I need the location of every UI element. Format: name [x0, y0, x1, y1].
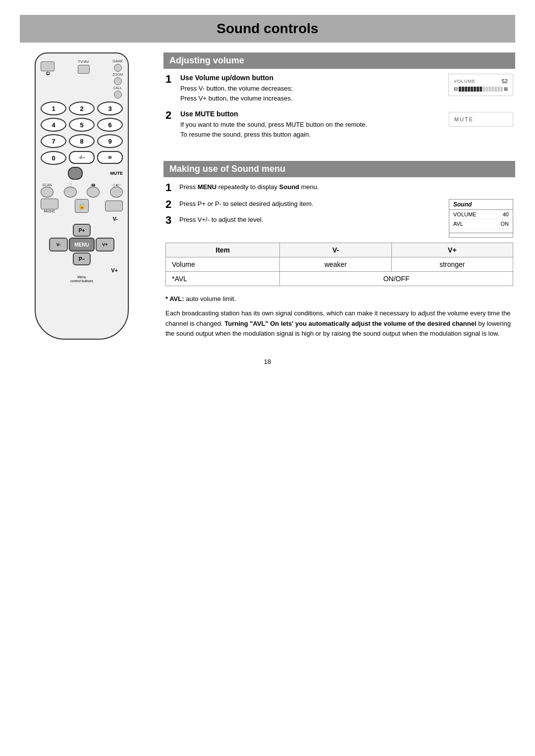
sound-menu-item-0: VOLUME: [453, 211, 476, 217]
sound-step2-number: 2: [165, 199, 175, 210]
v-minus-label: V-: [41, 216, 118, 222]
tvav-area: TV/AV: [78, 59, 90, 74]
volume-value: 52: [502, 78, 508, 84]
table-cell-avl-onoff: ON/OFF: [280, 272, 513, 286]
sound-menu-row-0: VOLUME 40: [449, 210, 513, 219]
remote-area: ⏻ TV/AV GAME ZOOM CALL: [20, 52, 149, 343]
step2-mute: 2 Use MUTE button If you want to mute th…: [165, 110, 513, 139]
num-btn-4[interactable]: 4: [41, 118, 66, 132]
sound-step3-number: 3: [165, 215, 175, 226]
lock-button[interactable]: 🔒: [75, 199, 89, 213]
scan-row: SCAN 🕐 📷 →|◄|←: [41, 183, 123, 198]
menu-button[interactable]: MENU: [69, 238, 95, 252]
steps2-3-area: 2 Press P+ or P- to select desired adjus…: [165, 199, 513, 238]
mute-display-box: MUTE: [449, 112, 513, 127]
power-button[interactable]: ⏻: [41, 59, 54, 76]
scan-button[interactable]: [41, 187, 54, 198]
num-btn-6[interactable]: 6: [97, 118, 123, 132]
v-plus-button[interactable]: V+: [96, 238, 114, 252]
sound-menu-value-0: 40: [503, 211, 509, 217]
footnote-body: Each broadcasting station has its own si…: [165, 308, 513, 339]
step1-number: 1: [165, 74, 175, 85]
adjustment-table: Item V- V+ Volume weaker stronger *AVL: [165, 243, 513, 286]
num-btn-8[interactable]: 8: [69, 134, 95, 148]
vol-bar-filled: [459, 87, 503, 92]
sound-step1-text: Press MENU repeatedly to display Sound m…: [179, 182, 319, 193]
p-plus-button[interactable]: P+: [73, 224, 91, 237]
game-zoom-call-area: GAME ZOOM CALL: [112, 59, 123, 99]
step1-title: Use Volume up/down button: [180, 74, 438, 82]
table-row-volume: Volume weaker stronger: [166, 257, 513, 272]
tvav-button[interactable]: [78, 65, 90, 74]
making-use-header: Making use of Sound menu: [163, 161, 515, 177]
music-button[interactable]: [41, 199, 58, 209]
mute-button-remote[interactable]: [68, 167, 83, 180]
sound-step1: 1 Press MENU repeatedly to display Sound…: [165, 182, 513, 193]
step1-text: Use Volume up/down button Press V- butto…: [180, 74, 438, 103]
vol-minus-icon: ⊟: [454, 86, 458, 92]
sound-menu-value-1: ON: [501, 221, 509, 227]
game-button[interactable]: [114, 64, 122, 72]
adjusting-volume-header: Adjusting volume: [163, 52, 515, 69]
sound-menu-row-1: AVL ON: [449, 219, 513, 229]
mute-display-label: MUTE: [454, 116, 508, 122]
game-label: GAME: [112, 59, 123, 63]
sound-menu-box: Sound VOLUME 40 AVL ON: [449, 199, 513, 238]
pip-button[interactable]: [110, 187, 123, 198]
num-btn-5[interactable]: 5: [69, 118, 95, 132]
step2-text2: To resume the sound, press this button a…: [180, 130, 439, 140]
right-content: Adjusting volume 1 Use Volume up/down bu…: [163, 52, 515, 343]
sound-step2-text: Press P+ or P- to select desired adjusti…: [179, 199, 314, 209]
menu-ctrl-label: Menucontrol buttons: [41, 275, 123, 284]
step1-text1: Press V- button, the volume decreases;: [180, 84, 438, 94]
sound-step3: 3 Press V+/- to adjust the level.: [165, 215, 439, 226]
step1-content: 1 Use Volume up/down button Press V- but…: [165, 74, 438, 103]
sound-menu-item-1: AVL: [453, 221, 463, 227]
remote-control: ⏻ TV/AV GAME ZOOM CALL: [35, 52, 134, 343]
num-btn-0[interactable]: 0: [41, 151, 66, 165]
mute-label: MUTE: [110, 171, 123, 176]
v-minus-button[interactable]: V-: [49, 238, 68, 252]
step2-title: Use MUTE button: [180, 110, 439, 118]
volume-bar: ⊟: [454, 86, 508, 92]
scan-label: SCAN: [42, 183, 52, 187]
page-title-bar: Sound controls: [20, 15, 515, 43]
steps2-3-text: 2 Press P+ or P- to select desired adjus…: [165, 199, 439, 231]
nav-cross: P+ V- MENU V+ P–: [41, 224, 123, 265]
table-cell-volume-vplus: stronger: [391, 257, 513, 272]
call-label: CALL: [113, 86, 122, 90]
power-icon: ⏻: [41, 71, 54, 76]
music-row: MUSIC 🔒: [41, 199, 123, 213]
making-use-section: Making use of Sound menu 1 Press MENU re…: [163, 161, 515, 343]
table-cell-volume-vminus: weaker: [280, 257, 391, 272]
symbol-button[interactable]: ⊖: [97, 151, 123, 164]
sound-menu-title: Sound: [449, 200, 513, 210]
dash-button[interactable]: -/--: [69, 151, 95, 164]
camera-button[interactable]: [87, 187, 100, 198]
v-plus-label: V+: [41, 267, 118, 273]
p-minus-button[interactable]: P–: [73, 252, 91, 265]
num-btn-2[interactable]: 2: [69, 101, 95, 115]
zoom-button[interactable]: [114, 77, 122, 85]
num-btn-1[interactable]: 1: [41, 101, 66, 115]
sound-step1-number: 1: [165, 182, 175, 193]
num-btn-7[interactable]: 7: [41, 134, 66, 148]
step1-volume: 1 Use Volume up/down button Press V- but…: [165, 74, 513, 103]
special-row: 0 -/-- ⊖: [41, 151, 123, 165]
call-button[interactable]: [114, 91, 122, 99]
table-header-vminus: V-: [280, 243, 391, 257]
tvav-label: TV/AV: [78, 59, 89, 64]
num-btn-3[interactable]: 3: [97, 101, 123, 115]
volume-label: VOLUME: [454, 79, 476, 84]
step2-content: 2 Use MUTE button If you want to mute th…: [165, 110, 439, 139]
page-title: Sound controls: [20, 21, 515, 37]
music-label: MUSIC: [44, 209, 55, 213]
extra-button[interactable]: [105, 201, 123, 211]
footnote: * AVL: auto volume limit. Each broadcast…: [165, 294, 513, 339]
clock-button[interactable]: [64, 187, 77, 198]
step1-text2: Press V+ button, the volume increases.: [180, 94, 438, 103]
num-btn-9[interactable]: 9: [97, 134, 123, 148]
table-row-avl: *AVL ON/OFF: [166, 272, 513, 286]
page-number: 18: [0, 358, 535, 365]
adjusting-volume-section: Adjusting volume 1 Use Volume up/down bu…: [163, 52, 515, 146]
